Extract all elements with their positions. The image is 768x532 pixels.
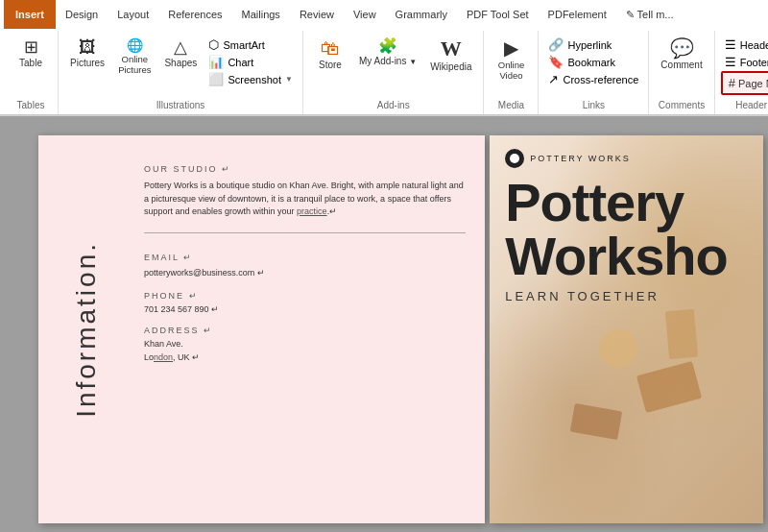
online-video-label: OnlineVideo <box>498 60 524 82</box>
email-heading: EMAIL ↵ <box>144 253 466 262</box>
tab-pdf-toolset[interactable]: PDF Tool Set <box>457 0 539 29</box>
pictures-button[interactable]: 🖼 Pictures <box>64 35 110 72</box>
tab-references[interactable]: References <box>158 0 231 29</box>
footer-icon: ☰ <box>725 55 736 69</box>
comments-group-label: Comments <box>659 100 705 112</box>
page-left-inner: Information. OUR STUDIO ↵ Pottery Works … <box>38 135 485 523</box>
phone-heading: PHONE ↵ <box>144 291 466 301</box>
group-addins: 🛍 Store 🧩 My Add-ins ▼ W Wikipedia Add-i… <box>303 31 485 114</box>
hyperlink-button[interactable]: 🔗 Hyperlink <box>544 36 642 53</box>
ribbon-content: ⊞ Table Tables 🖼 Pictures 🌐 OnlinePictur… <box>0 29 768 115</box>
tab-insert[interactable]: Insert <box>4 0 56 29</box>
pictures-icon: 🖼 <box>79 38 96 56</box>
sidebar-title: Information. <box>71 241 102 418</box>
tab-view[interactable]: View <box>344 0 386 29</box>
big-title: Pottery Worksho <box>505 176 748 283</box>
bookmark-button[interactable]: 🔖 Bookmark <box>544 54 642 70</box>
group-comments: 💬 Comment Comments <box>649 31 714 114</box>
tables-group-label: Tables <box>17 100 45 112</box>
pictures-label: Pictures <box>70 58 105 68</box>
smartart-button[interactable]: ⬡ SmartArt <box>204 36 297 53</box>
tab-tell-me[interactable]: ✎ Tell m... <box>616 0 684 29</box>
illustrations-right-col: ⬡ SmartArt 📊 Chart ⬜ Screenshot ▼ <box>204 35 297 87</box>
screenshot-button[interactable]: ⬜ Screenshot ▼ <box>204 71 297 87</box>
our-studio-heading: OUR STUDIO ↵ <box>144 164 466 174</box>
header-footer-col: ☰ Header ▼ ☰ Footer ▼ # Page Number ▼ <box>721 35 768 95</box>
footer-label: Footer <box>740 57 768 68</box>
wikipedia-button[interactable]: W Wikipedia <box>424 35 477 76</box>
screenshot-dd-arrow: ▼ <box>285 75 293 84</box>
page-main-content: OUR STUDIO ↵ Pottery Works is a boutique… <box>134 135 485 523</box>
group-media: ▶ OnlineVideo Media <box>484 31 539 114</box>
online-pictures-icon: 🌐 <box>127 38 143 52</box>
cross-reference-label: Cross-reference <box>563 74 638 85</box>
footer-button[interactable]: ☰ Footer ▼ <box>721 54 768 70</box>
phone-value: 701 234 567 890 ↵ <box>144 303 466 317</box>
my-addins-label: My Add-ins ▼ <box>359 56 417 66</box>
tables-items: ⊞ Table <box>10 33 52 100</box>
chart-button[interactable]: 📊 Chart <box>204 54 297 70</box>
comment-label: Comment <box>660 60 702 70</box>
shapes-label: Shapes <box>164 58 197 68</box>
tab-layout[interactable]: Layout <box>108 0 158 29</box>
tab-mailings[interactable]: Mailings <box>232 0 290 29</box>
email-value: potteryworks@business.com ↵ <box>144 268 466 278</box>
chart-label: Chart <box>228 57 253 68</box>
group-links: 🔗 Hyperlink 🔖 Bookmark ↗ Cross-reference… <box>539 31 649 114</box>
cross-reference-icon: ↗ <box>548 72 559 86</box>
smartart-icon: ⬡ <box>208 37 219 52</box>
document-area: Information. OUR STUDIO ↵ Pottery Works … <box>0 116 768 532</box>
wikipedia-icon: W <box>441 38 462 60</box>
illustrations-group-label: Illustrations <box>156 100 205 112</box>
ribbon-tab-bar: Insert Design Layout References Mailings… <box>0 0 768 29</box>
page-number-label: Page Number <box>738 78 768 89</box>
store-icon: 🛍 <box>321 38 340 58</box>
header-footer-items: ☰ Header ▼ ☰ Footer ▼ # Page Number ▼ <box>721 33 768 100</box>
comments-items: 💬 Comment <box>655 33 708 100</box>
my-addins-icon: 🧩 <box>378 38 397 54</box>
bookmark-label: Bookmark <box>567 57 615 68</box>
pottery-logo: POTTERY WORKS <box>505 149 748 168</box>
online-pictures-button[interactable]: 🌐 OnlinePictures <box>112 35 156 80</box>
pottery-logo-text: POTTERY WORKS <box>530 154 631 163</box>
links-group-label: Links <box>583 100 605 112</box>
group-tables: ⊞ Table Tables <box>4 31 59 114</box>
header-label: Header <box>740 39 768 51</box>
addins-items: 🛍 Store 🧩 My Add-ins ▼ W Wikipedia <box>309 33 478 100</box>
page-sidebar: Information. <box>38 135 134 523</box>
shapes-button[interactable]: △ Shapes <box>158 35 203 72</box>
hyperlink-label: Hyperlink <box>567 39 612 51</box>
document-page-left: Information. OUR STUDIO ↵ Pottery Works … <box>38 135 485 523</box>
comment-button[interactable]: 💬 Comment <box>655 35 708 74</box>
tab-review[interactable]: Review <box>290 0 344 29</box>
my-addins-button[interactable]: 🧩 My Add-ins ▼ <box>353 35 422 70</box>
tab-grammarly[interactable]: Grammarly <box>386 0 457 29</box>
store-label: Store <box>319 60 342 70</box>
pottery-logo-circle <box>505 149 524 168</box>
links-items: 🔗 Hyperlink 🔖 Bookmark ↗ Cross-reference <box>544 33 642 100</box>
document-page-right: POTTERY WORKS Pottery Worksho LEARN TOGE… <box>490 135 763 523</box>
store-button[interactable]: 🛍 Store <box>309 35 351 74</box>
address-heading: ADDRESS ↵ <box>144 326 466 335</box>
tab-design[interactable]: Design <box>56 0 108 29</box>
right-page-content: POTTERY WORKS Pottery Worksho LEARN TOGE… <box>490 135 763 317</box>
header-button[interactable]: ☰ Header ▼ <box>721 36 768 53</box>
cross-reference-button[interactable]: ↗ Cross-reference <box>544 71 642 87</box>
online-video-button[interactable]: ▶ OnlineVideo <box>490 35 532 85</box>
online-video-icon: ▶ <box>504 38 518 58</box>
group-illustrations: 🖼 Pictures 🌐 OnlinePictures △ Shapes ⬡ <box>59 31 303 114</box>
tab-pdfelement[interactable]: PDFelement <box>539 0 616 29</box>
header-footer-group-label: Header & Footer <box>735 100 768 112</box>
page-number-button[interactable]: # Page Number ▼ <box>721 71 768 95</box>
wikipedia-label: Wikipedia <box>430 61 471 72</box>
table-icon: ⊞ <box>24 38 38 56</box>
practice-link[interactable]: practice <box>297 206 327 216</box>
page-number-icon: # <box>729 76 735 90</box>
online-pictures-label: OnlinePictures <box>118 54 151 76</box>
illustrations-items: 🖼 Pictures 🌐 OnlinePictures △ Shapes ⬡ <box>64 33 297 100</box>
smartart-label: SmartArt <box>223 39 264 51</box>
table-button[interactable]: ⊞ Table <box>10 35 52 72</box>
screenshot-label: Screenshot <box>228 74 281 85</box>
media-group-label: Media <box>498 100 524 112</box>
learn-together: LEARN TOGETHER <box>505 289 748 303</box>
